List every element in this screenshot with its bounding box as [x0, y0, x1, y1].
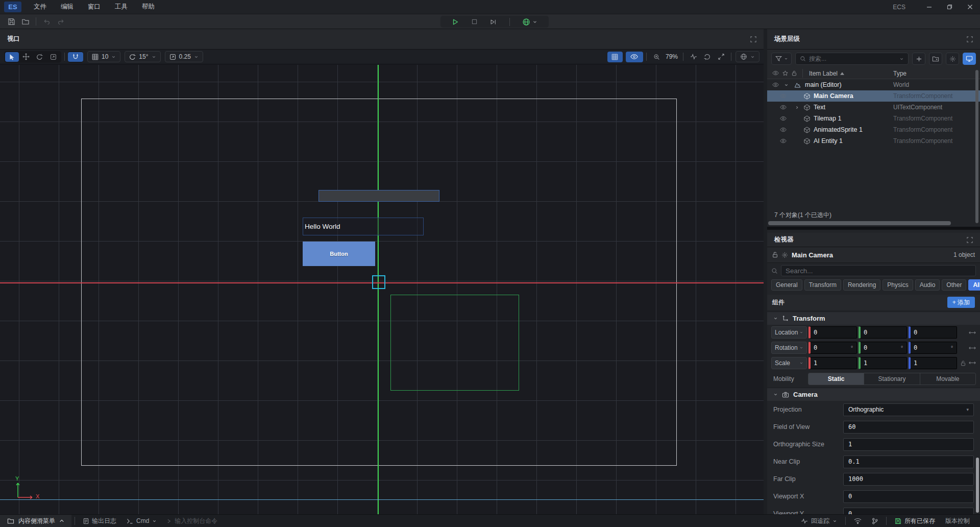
camera-section-header[interactable]: Camera: [767, 388, 980, 401]
location-x-field[interactable]: 0: [808, 326, 857, 339]
tree-row-main-camera[interactable]: Main Camera TransformComponent: [767, 90, 980, 102]
minimize-button[interactable]: [919, 0, 939, 14]
inspector-vertical-scrollbar[interactable]: [976, 458, 979, 513]
stats-icon[interactable]: [687, 52, 700, 62]
close-button[interactable]: [960, 0, 980, 14]
maximize-button[interactable]: [939, 0, 960, 14]
orthographic-size-input[interactable]: 1: [843, 438, 974, 451]
link-axes-icon[interactable]: [969, 346, 976, 350]
add-component-button[interactable]: + 添加: [947, 297, 975, 308]
step-button[interactable]: [487, 17, 499, 27]
field-of-view-input[interactable]: 60: [843, 421, 974, 434]
mobility-stationary[interactable]: Stationary: [864, 373, 920, 385]
text-entity[interactable]: Hello World: [303, 218, 424, 235]
scale-x-field[interactable]: 1: [808, 357, 857, 369]
scale-tool-button[interactable]: [46, 52, 60, 62]
tab-transform[interactable]: Transform: [804, 279, 841, 291]
location-dropdown[interactable]: Location: [771, 326, 807, 339]
menu-edit[interactable]: 编辑: [54, 0, 81, 14]
scale-y-field[interactable]: 1: [859, 357, 907, 369]
undo-icon[interactable]: [39, 15, 54, 28]
tree-row-animatedsprite[interactable]: AnimatedSprite 1 TransformComponent: [767, 124, 980, 135]
tree-row-ai-entity[interactable]: AI Entity 1 TransformComponent: [767, 135, 980, 147]
eye-icon[interactable]: [780, 105, 787, 110]
visibility-column-icon[interactable]: [772, 70, 779, 76]
lock-column-icon[interactable]: [792, 70, 797, 76]
eye-icon[interactable]: [772, 82, 779, 87]
tab-audio[interactable]: Audio: [915, 279, 940, 291]
near-clip-input[interactable]: 0.1: [843, 456, 974, 468]
cmd-dropdown[interactable]: Cmd: [121, 517, 162, 524]
location-z-field[interactable]: 0: [909, 326, 957, 339]
location-y-field[interactable]: 0: [859, 326, 907, 339]
tab-other[interactable]: Other: [942, 279, 966, 291]
transform-section-header[interactable]: Transform: [767, 312, 980, 325]
viewport-y-input[interactable]: 0: [843, 508, 974, 515]
unlock-icon[interactable]: [772, 252, 778, 258]
menu-file[interactable]: 文件: [27, 0, 54, 14]
link-axes-icon[interactable]: [969, 330, 976, 335]
eye-icon[interactable]: [780, 127, 787, 132]
button-entity[interactable]: Button: [303, 242, 375, 266]
world-select-button[interactable]: [520, 17, 540, 27]
favorite-column-icon[interactable]: [782, 70, 788, 76]
mobility-static[interactable]: Static: [808, 373, 864, 385]
menu-window[interactable]: 窗口: [81, 0, 108, 14]
inspector-search-input[interactable]: [786, 267, 971, 275]
visibility-toggle-button[interactable]: [626, 52, 643, 62]
scale-dropdown[interactable]: Scale: [771, 357, 807, 369]
rotation-z-field[interactable]: 0°: [909, 342, 957, 354]
rotation-x-field[interactable]: 0°: [808, 342, 857, 354]
unlock-scale-icon[interactable]: [961, 361, 966, 366]
selection-handle[interactable]: [372, 275, 385, 289]
play-button[interactable]: [449, 17, 461, 27]
item-label-column[interactable]: Item Label: [802, 70, 844, 77]
menu-help[interactable]: 帮助: [135, 0, 162, 14]
select-tool-button[interactable]: [5, 52, 19, 62]
menu-tools[interactable]: 工具: [108, 0, 135, 14]
rotation-y-field[interactable]: 0°: [859, 342, 907, 354]
chevron-down-icon[interactable]: [784, 83, 789, 87]
add-entity-button[interactable]: [912, 53, 925, 65]
stop-button[interactable]: [468, 17, 480, 27]
grid-toggle-button[interactable]: [607, 52, 623, 62]
type-column[interactable]: Type: [893, 70, 906, 77]
version-control-button[interactable]: 版本控制: [940, 517, 975, 525]
chevron-down-icon[interactable]: [773, 316, 778, 321]
hierarchy-search-input[interactable]: [809, 55, 896, 62]
snap-toggle-button[interactable]: [68, 52, 83, 62]
tab-physics[interactable]: Physics: [883, 279, 913, 291]
fullscreen-icon[interactable]: [714, 52, 728, 62]
save-icon[interactable]: [4, 15, 18, 28]
inspector-expand-icon[interactable]: [967, 237, 973, 243]
chevron-down-icon[interactable]: [773, 392, 778, 397]
save-status[interactable]: 所有已保存: [890, 517, 940, 525]
branch-icon[interactable]: [867, 518, 883, 524]
eye-icon[interactable]: [780, 138, 787, 143]
zoom-icon[interactable]: [650, 52, 664, 62]
eye-icon[interactable]: [780, 116, 787, 121]
rotate-snap-dropdown[interactable]: 15°: [125, 51, 160, 62]
tab-all[interactable]: All: [968, 279, 980, 291]
output-log-button[interactable]: 输出日志: [78, 517, 121, 525]
scale-snap-dropdown[interactable]: 0.25: [165, 51, 203, 62]
app-logo[interactable]: ES: [4, 2, 21, 12]
viewport-x-input[interactable]: 0: [843, 490, 974, 503]
filter-button[interactable]: [771, 53, 792, 65]
rotation-dropdown[interactable]: Rotation: [771, 342, 807, 354]
tree-row-tilemap[interactable]: Tilemap 1 TransformComponent: [767, 113, 980, 124]
viewport-world-dropdown[interactable]: [736, 51, 760, 62]
console-command-input[interactable]: 输入控制台命令: [162, 517, 223, 525]
grid-snap-dropdown[interactable]: 10: [87, 51, 120, 62]
mobility-movable[interactable]: Movable: [920, 373, 975, 385]
content-drawer-button[interactable]: 内容侧滑菜单: [0, 515, 71, 527]
hierarchy-vertical-scrollbar[interactable]: [975, 70, 978, 223]
gear-icon[interactable]: [781, 252, 788, 258]
viewport-expand-icon[interactable]: [750, 36, 756, 42]
scale-z-field[interactable]: 1: [909, 357, 957, 369]
tab-rendering[interactable]: Rendering: [843, 279, 880, 291]
far-clip-input[interactable]: 1000: [843, 473, 974, 486]
rotate-tool-button[interactable]: [33, 52, 46, 62]
hierarchy-expand-icon[interactable]: [967, 36, 973, 42]
trace-dropdown[interactable]: 回追踪: [796, 517, 842, 525]
